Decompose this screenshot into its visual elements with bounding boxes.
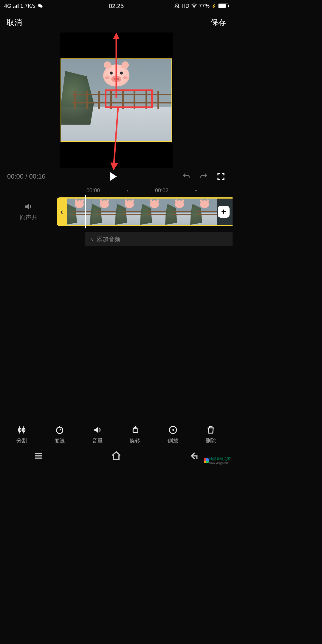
time-ruler: 00:00 00:02 bbox=[0, 184, 233, 196]
svg-marker-5 bbox=[113, 32, 120, 39]
status-bar: 4G 1.7K/s 02:25 HD 77% ⚡ bbox=[0, 0, 233, 12]
playhead[interactable] bbox=[85, 195, 86, 228]
ruler-dot bbox=[195, 190, 197, 191]
time-display: 00:00 / 00:16 bbox=[7, 173, 46, 180]
annotation-rect bbox=[105, 89, 153, 108]
network-type: 4G bbox=[4, 3, 11, 9]
ruler-tick-1: 00:00 bbox=[86, 188, 100, 194]
music-note-icon: ♫ bbox=[90, 236, 94, 242]
wifi-icon bbox=[191, 3, 197, 9]
redo-button[interactable] bbox=[199, 172, 208, 181]
editor-top-bar: 取消 保存 bbox=[0, 12, 233, 31]
save-button[interactable]: 保存 bbox=[210, 17, 226, 28]
battery-pct: 77% bbox=[199, 3, 210, 9]
network-speed: 1.7K/s bbox=[20, 3, 35, 9]
video-preview[interactable] bbox=[0, 32, 233, 168]
add-audio-button[interactable]: ♫ 添加音频 bbox=[85, 232, 233, 246]
recent-apps-button[interactable] bbox=[33, 451, 44, 461]
undo-button[interactable] bbox=[182, 172, 191, 181]
add-audio-label: 添加音频 bbox=[97, 235, 120, 243]
cancel-button[interactable]: 取消 bbox=[7, 17, 22, 28]
system-nav-bar bbox=[0, 447, 233, 465]
sound-label: 原声开 bbox=[19, 213, 37, 222]
original-sound-toggle[interactable]: 原声开 bbox=[0, 202, 57, 222]
pig-sticker bbox=[103, 64, 129, 86]
delete-button[interactable]: 删除 bbox=[205, 425, 216, 444]
speed-button[interactable]: 变速 bbox=[54, 425, 65, 444]
svg-rect-11 bbox=[133, 429, 138, 433]
time-current: 00:00 bbox=[7, 173, 24, 180]
clock: 02:25 bbox=[109, 3, 124, 10]
back-button[interactable] bbox=[188, 451, 199, 461]
timeline[interactable]: 原声开 ‹ 16.9s + bbox=[0, 197, 233, 226]
volume-button[interactable]: 音量 bbox=[92, 425, 103, 444]
split-button[interactable]: 分割 bbox=[16, 425, 27, 444]
svg-point-3 bbox=[194, 7, 194, 8]
play-button[interactable] bbox=[110, 172, 117, 181]
video-clip[interactable]: 16.9s + bbox=[67, 197, 233, 226]
rotate-button[interactable]: 旋转 bbox=[130, 425, 140, 444]
watermark-logo-icon bbox=[204, 458, 209, 463]
ruler-dot bbox=[127, 190, 128, 191]
time-total: 00:16 bbox=[29, 173, 45, 180]
add-clip-button[interactable]: + bbox=[218, 206, 230, 218]
svg-point-1 bbox=[40, 5, 42, 8]
ruler-tick-2: 00:02 bbox=[155, 188, 168, 194]
fullscreen-button[interactable] bbox=[216, 172, 225, 181]
dnd-icon bbox=[174, 3, 180, 9]
battery-icon bbox=[218, 4, 228, 8]
signal-icon bbox=[13, 4, 18, 8]
reverse-button[interactable]: 倒放 bbox=[168, 425, 178, 444]
playback-bar: 00:00 / 00:16 bbox=[0, 169, 233, 184]
hd-label: HD bbox=[182, 3, 189, 9]
charging-icon: ⚡ bbox=[211, 4, 216, 8]
home-button[interactable] bbox=[111, 451, 122, 461]
time-sep: / bbox=[25, 173, 27, 180]
wechat-icon bbox=[37, 3, 43, 9]
edit-toolbar: 分割 变速 音量 旋转 倒放 删除 bbox=[0, 425, 233, 444]
clip-left-handle[interactable]: ‹ bbox=[57, 197, 67, 226]
watermark: 纯净系统之家 www.ycwjjy.com bbox=[204, 456, 231, 465]
